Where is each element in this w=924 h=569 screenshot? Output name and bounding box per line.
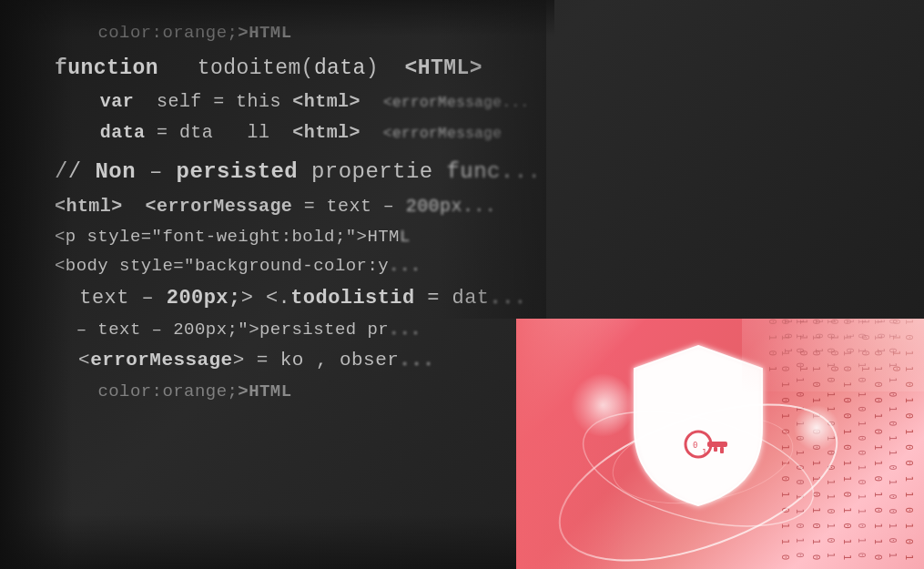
security-left-fade (516, 319, 625, 569)
svg-rect-3 (714, 447, 717, 452)
flare-right (794, 405, 839, 451)
left-overlay (0, 0, 73, 569)
svg-rect-1 (707, 442, 727, 447)
code-line-11: color:orange;>HTML (55, 377, 583, 406)
code-line-10: <errorMessage> = ko , obser... (55, 344, 583, 377)
right-fade (437, 0, 546, 319)
svg-rect-2 (720, 447, 724, 453)
security-image: 1 0 1 1 0 1 0 1 0 0 1 1 0 1 0 1 0 1 1 0 … (516, 319, 924, 569)
security-background: 1 0 1 1 0 1 0 1 0 0 1 1 0 1 0 1 0 1 1 0 … (516, 319, 924, 569)
bottom-fade (0, 514, 554, 569)
security-top-right-highlight (742, 319, 924, 391)
code-line-9: – text – 200px;">persisted pr... (55, 315, 583, 344)
svg-text:1: 1 (702, 448, 706, 457)
svg-text:0: 0 (693, 441, 697, 450)
